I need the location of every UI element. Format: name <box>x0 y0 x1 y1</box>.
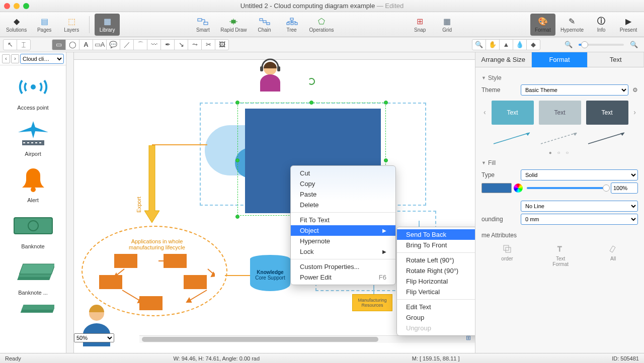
menu-group[interactable]: Group⌘G <box>397 312 475 323</box>
menu-cut[interactable]: Cut <box>291 168 395 178</box>
style-pager-dots[interactable]: ● ○ ○ <box>481 150 638 155</box>
solutions-button[interactable]: ◆Solutions <box>3 14 30 36</box>
prev-style-icon[interactable]: ‹ <box>481 108 488 116</box>
color-wheel-icon[interactable] <box>514 184 523 193</box>
library-item-alert[interactable]: Alert <box>0 161 66 207</box>
menu-hypernote[interactable]: Hypernote <box>291 236 395 246</box>
library-item-banknote[interactable]: Banknote <box>0 207 66 253</box>
menu-lock[interactable]: Lock▶ <box>291 246 395 257</box>
hypernote-toolbar-button[interactable]: ✎Hypernote <box>557 14 587 36</box>
export-arrow[interactable] <box>144 145 159 226</box>
menu-rotate-right[interactable]: Rotate Right (90°)⌘R <box>397 265 475 276</box>
menu-bring-to-front[interactable]: Bring To Front⌥⌘F <box>397 240 475 250</box>
zoom-slider[interactable] <box>579 44 624 46</box>
smart-button[interactable]: Smart <box>190 14 215 36</box>
database-shape[interactable]: KnowledgeCore Support <box>250 255 290 291</box>
resize-handle[interactable] <box>235 158 239 162</box>
attr-text-format-button[interactable]: TText Format <box>552 244 569 267</box>
style-swatch[interactable]: Text <box>586 101 628 125</box>
library-item-banknote-stack[interactable]: Banknote ... <box>0 253 66 300</box>
style-swatch[interactable]: Text <box>539 101 581 125</box>
support-person-icon[interactable] <box>255 57 285 94</box>
menu-delete[interactable]: Delete <box>291 200 395 210</box>
chain-button[interactable]: Chain <box>252 14 277 36</box>
resource-block[interactable]: Manufacturing Resources <box>352 294 392 311</box>
arrow-style[interactable] <box>586 131 628 146</box>
zoom-select[interactable]: 50% <box>74 333 114 342</box>
menu-edit-text[interactable]: Edit TextF5 <box>397 302 475 312</box>
library-item-more[interactable] <box>0 300 66 317</box>
resize-handle[interactable] <box>384 101 388 105</box>
tab-arrange-size[interactable]: Arrange & Size <box>475 52 532 67</box>
tab-text[interactable]: Text <box>588 52 644 67</box>
library-item-airport[interactable]: Airport <box>0 115 66 161</box>
menu-power-edit[interactable]: Power EditF6 <box>291 272 395 283</box>
attr-order-button[interactable]: order <box>501 244 513 267</box>
menu-object[interactable]: Object▶ <box>291 225 395 236</box>
fill-color-chip[interactable] <box>481 183 512 193</box>
menu-flip-vertical[interactable]: Flip Vertical⌥⌘J <box>397 287 475 297</box>
zoom-tool[interactable]: 🔍 <box>472 39 486 50</box>
library-item-access-point[interactable]: Access point <box>0 68 66 115</box>
resize-handle[interactable] <box>235 215 239 219</box>
stamp-tool[interactable]: ▲ <box>499 39 513 50</box>
close-window-button[interactable] <box>4 3 10 9</box>
pointer-tool[interactable]: ↖ <box>3 39 17 50</box>
resize-handle[interactable] <box>309 101 313 105</box>
menu-flip-horizontal[interactable]: Flip Horizontal <box>397 276 475 287</box>
resize-handle[interactable] <box>384 158 388 162</box>
minimize-window-button[interactable] <box>14 3 20 9</box>
arrow-style[interactable] <box>539 131 581 146</box>
resize-handle[interactable] <box>235 101 239 105</box>
present-button[interactable]: ▶Present <box>616 14 641 36</box>
rotate-handle[interactable] <box>308 78 315 85</box>
fill-section-header[interactable]: Fill <box>481 159 638 166</box>
menu-custom-properties[interactable]: Custom Properties... <box>291 261 395 272</box>
zoom-in-icon[interactable]: 🔍 <box>627 39 641 50</box>
rect-tool[interactable]: ▭ <box>52 39 66 50</box>
style-section-header[interactable]: Style <box>481 74 638 81</box>
opacity-input[interactable] <box>611 183 638 194</box>
gear-icon[interactable]: ⚙ <box>632 86 638 94</box>
smart-connector-tool[interactable]: ⤳ <box>188 39 202 50</box>
text-tool[interactable]: A <box>79 39 93 50</box>
tree-button[interactable]: Tree <box>279 14 304 36</box>
line-style-select[interactable]: No Line <box>521 201 638 212</box>
layers-button[interactable]: ⬚Layers <box>59 14 84 36</box>
next-style-icon[interactable]: › <box>631 108 638 116</box>
library-selector[interactable]: Cloud cli… <box>20 54 64 64</box>
connector-tool[interactable]: ↘ <box>174 39 188 50</box>
ellipse-tool[interactable]: ◯ <box>65 39 79 50</box>
eraser-tool[interactable]: ◆ <box>526 39 540 50</box>
tab-format[interactable]: Format <box>532 52 588 67</box>
style-swatch[interactable]: Text <box>492 101 534 125</box>
line-tool[interactable]: ／ <box>120 39 134 50</box>
arrow-style[interactable] <box>492 131 534 146</box>
callout-tool[interactable]: 💬 <box>106 39 120 50</box>
insert-image-tool[interactable]: 🖼 <box>215 39 229 50</box>
theme-select[interactable]: Basic Theme <box>521 84 628 96</box>
library-forward-button[interactable]: › <box>11 54 19 63</box>
format-toolbar-button[interactable]: 🎨Format <box>530 14 555 36</box>
rounding-select[interactable]: 0 mm <box>521 214 638 225</box>
operations-button[interactable]: ⬠Operations <box>306 14 337 36</box>
menu-fit-to-text[interactable]: Fit To Text <box>291 215 395 225</box>
textbox-tool[interactable]: ▭A <box>93 39 107 50</box>
rapid-draw-button[interactable]: Rapid Draw <box>217 14 250 36</box>
zoom-window-button[interactable] <box>23 3 29 9</box>
arc-tool[interactable]: ⌒ <box>133 39 147 50</box>
menu-send-to-back[interactable]: Send To Back⌥⌘B <box>397 229 475 240</box>
horizontal-scrollbar[interactable] <box>139 335 475 343</box>
eyedropper-tool[interactable]: 💧 <box>513 39 527 50</box>
library-button[interactable]: ▦Library <box>95 14 120 36</box>
spline-tool[interactable]: 〰 <box>147 39 161 50</box>
opacity-slider[interactable] <box>527 187 607 189</box>
fill-type-select[interactable]: Solid <box>521 169 638 180</box>
pen-tool[interactable]: ✒ <box>160 39 175 50</box>
menu-paste[interactable]: Paste <box>291 189 395 200</box>
library-back-button[interactable]: ‹ <box>2 54 10 63</box>
canvas[interactable]: Export Applications in whole manufacturi… <box>66 52 475 353</box>
zoom-out-icon[interactable]: 🔍 <box>561 39 576 50</box>
menu-rotate-left[interactable]: Rotate Left (90°)⌘L <box>397 255 475 265</box>
snap-button[interactable]: ⊞Snap <box>408 14 433 36</box>
